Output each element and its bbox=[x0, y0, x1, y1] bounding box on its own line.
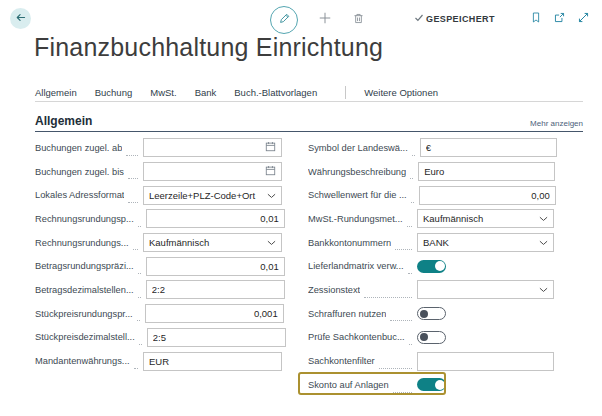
open-window-button[interactable] bbox=[553, 10, 566, 28]
field-label: Lieferlandmatrix verw... bbox=[308, 261, 404, 271]
delete-button[interactable] bbox=[352, 11, 365, 29]
text-input-währungsbeschreibung[interactable]: Euro bbox=[418, 162, 555, 181]
tab-allgemein[interactable]: Allgemein bbox=[35, 87, 77, 98]
chevron-down-icon[interactable] bbox=[539, 213, 548, 224]
toggle-switch-prüfe-sachkontenbuc[interactable] bbox=[417, 331, 446, 344]
expand-button[interactable] bbox=[577, 10, 590, 28]
select-input-bankkontonummern[interactable]: BANK bbox=[417, 233, 554, 252]
select-input-lokales-adressformat[interactable]: Leerzeile+PLZ-Code+Ort bbox=[143, 186, 282, 205]
dotted-leader bbox=[407, 215, 412, 227]
text-input-symbol-der-landeswä[interactable]: € bbox=[420, 138, 557, 157]
chevron-down-icon[interactable] bbox=[539, 284, 548, 295]
dotted-leader bbox=[138, 262, 141, 274]
tab-mwst[interactable]: MwSt. bbox=[150, 87, 176, 98]
dotted-leader bbox=[390, 310, 412, 322]
text-input-sachkontenfilter[interactable] bbox=[417, 352, 554, 371]
field-value: 0,00 bbox=[425, 190, 550, 201]
dotted-leader bbox=[126, 144, 138, 156]
text-input-mandantenwährungs[interactable]: EUR bbox=[143, 352, 282, 371]
dotted-leader bbox=[410, 168, 413, 180]
dotted-leader bbox=[139, 334, 142, 346]
field-label: Buchungen zugel. bis bbox=[35, 167, 124, 177]
tab-bank[interactable]: Bank bbox=[195, 87, 217, 98]
section-title: Allgemein bbox=[35, 114, 92, 128]
more-options-menu[interactable]: Weitere Optionen bbox=[364, 87, 438, 98]
field-value: Leerzeile+PLZ-Code+Ort bbox=[149, 190, 267, 201]
field-value: BANK bbox=[423, 237, 539, 248]
dotted-leader bbox=[409, 334, 412, 346]
field-row-lokales-adressformat: Lokales AdressformatLeerzeile+PLZ-Code+O… bbox=[35, 183, 282, 207]
field-row-schraffuren-nutzen: Schraffuren nutzen bbox=[308, 302, 554, 326]
trash-icon bbox=[352, 11, 365, 29]
bookmark-button[interactable] bbox=[530, 10, 542, 28]
field-control: 2:5 bbox=[147, 328, 286, 347]
dotted-leader bbox=[138, 286, 141, 298]
date-input-buchungen-zugel-ab[interactable] bbox=[143, 138, 282, 157]
field-control: 0,01 bbox=[146, 209, 285, 228]
page-status-bar: GESPEICHERT bbox=[414, 10, 590, 28]
saved-label: GESPEICHERT bbox=[426, 14, 495, 24]
field-control bbox=[143, 162, 282, 181]
field-row-buchungen-zugel-bis: Buchungen zugel. bis bbox=[35, 160, 282, 184]
form-col-left: Buchungen zugel. abBuchungen zugel. bisL… bbox=[35, 136, 282, 373]
section-header-allgemein: Allgemein Mehr anzeigen bbox=[35, 108, 583, 132]
new-button[interactable] bbox=[318, 11, 332, 29]
calendar-icon[interactable] bbox=[265, 165, 276, 178]
dotted-leader bbox=[128, 168, 138, 180]
select-input-mwst-rundungsmet[interactable]: Kaufmännisch bbox=[417, 209, 554, 228]
dotted-leader bbox=[138, 215, 141, 227]
field-label: Buchungen zugel. ab bbox=[35, 143, 122, 153]
field-label: Rechnungsrundungsp... bbox=[35, 214, 134, 224]
field-label: Betragsdezimalstellen... bbox=[35, 285, 134, 295]
saved-status: GESPEICHERT bbox=[414, 13, 495, 25]
dotted-leader bbox=[411, 191, 414, 203]
dotted-leader bbox=[393, 381, 412, 393]
select-input-rechnungsrundungs[interactable]: Kaufmännisch bbox=[143, 233, 282, 252]
text-input-betragsrundungspräzi[interactable]: 0,01 bbox=[146, 257, 285, 276]
dotted-leader bbox=[128, 191, 138, 203]
toggle-switch-schraffuren-nutzen[interactable] bbox=[417, 307, 446, 320]
record-action-bar bbox=[270, 6, 365, 34]
text-input-stückpreisdezimalstell[interactable]: 2:5 bbox=[147, 328, 286, 347]
text-input-rechnungsrundungsp[interactable]: 0,01 bbox=[146, 209, 285, 228]
tab-buch-blattvorlagen[interactable]: Buch.-Blattvorlagen bbox=[234, 87, 317, 98]
tab-buchung[interactable]: Buchung bbox=[95, 87, 133, 98]
field-row-mwst-rundungsmet: MwSt.-Rundungsmet...Kaufmännisch bbox=[308, 207, 554, 231]
tab-divider bbox=[345, 86, 346, 99]
text-input-betragsdezimalstellen[interactable]: 2:2 bbox=[146, 280, 285, 299]
field-control bbox=[417, 352, 554, 371]
page-utility-icons bbox=[519, 10, 590, 28]
field-label: Bankkontonummern bbox=[308, 238, 391, 248]
toggle-switch-skonto-auf-anlagen[interactable] bbox=[417, 378, 446, 391]
select-input-zessionstext[interactable] bbox=[417, 280, 554, 299]
calendar-icon[interactable] bbox=[265, 141, 276, 154]
field-label: Stückpreisrundungspr... bbox=[35, 309, 133, 319]
back-button[interactable] bbox=[10, 8, 31, 29]
field-row-sachkontenfilter: Sachkontenfilter bbox=[308, 349, 554, 373]
date-input-buchungen-zugel-bis[interactable] bbox=[143, 162, 282, 181]
chevron-down-icon[interactable] bbox=[539, 237, 548, 248]
field-label: Schwellenwert für die ... bbox=[308, 190, 407, 200]
field-row-schwellenwert-für-die: Schwellenwert für die ...0,00 bbox=[308, 183, 554, 207]
field-row-stückpreisrundungspr: Stückpreisrundungspr...0,001 bbox=[35, 302, 282, 326]
field-row-bankkontonummern: BankkontonummernBANK bbox=[308, 231, 554, 255]
edit-button[interactable] bbox=[270, 6, 298, 34]
field-value: Euro bbox=[424, 166, 549, 177]
show-more-link[interactable]: Mehr anzeigen bbox=[530, 119, 583, 128]
field-control: Kaufmännisch bbox=[417, 209, 554, 228]
field-row-betragsdezimalstellen: Betragsdezimalstellen...2:2 bbox=[35, 278, 282, 302]
toggle-control bbox=[417, 304, 554, 323]
field-row-lieferlandmatrix-verw: Lieferlandmatrix verw... bbox=[308, 254, 554, 278]
field-value: Kaufmännisch bbox=[149, 237, 267, 248]
text-input-stückpreisrundungspr[interactable]: 0,001 bbox=[145, 304, 284, 323]
field-control: 0,00 bbox=[419, 186, 556, 205]
field-control: Euro bbox=[418, 162, 555, 181]
field-label: Schraffuren nutzen bbox=[308, 309, 386, 319]
chevron-down-icon[interactable] bbox=[267, 190, 276, 201]
toggle-knob bbox=[435, 380, 445, 390]
dotted-leader bbox=[412, 144, 415, 156]
text-input-schwellenwert-für-die[interactable]: 0,00 bbox=[419, 186, 556, 205]
tab-bar: AllgemeinBuchungMwSt.BankBuch.-Blattvorl… bbox=[35, 83, 583, 102]
chevron-down-icon[interactable] bbox=[267, 237, 276, 248]
toggle-switch-lieferlandmatrix-verw[interactable] bbox=[417, 260, 446, 273]
